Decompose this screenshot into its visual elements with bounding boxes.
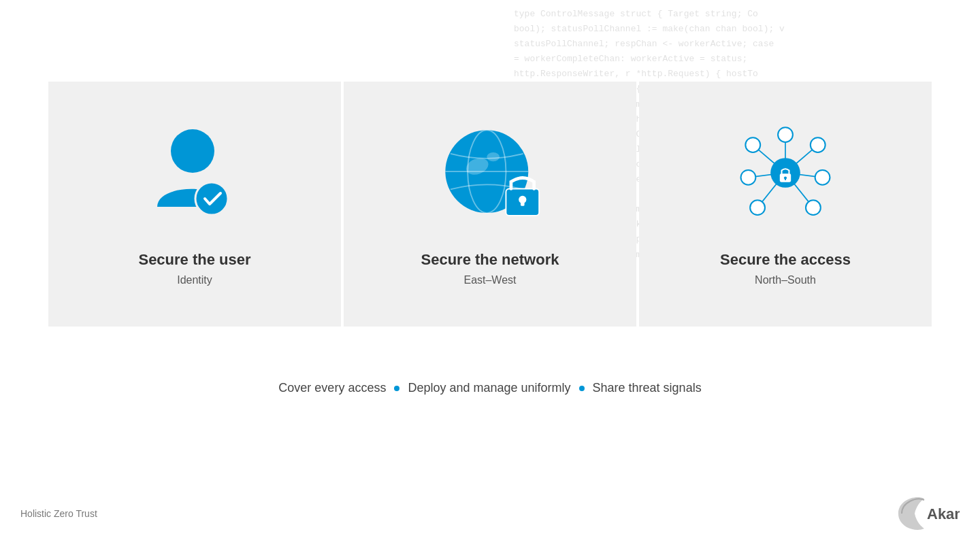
tagline-item-1: Cover every access <box>278 381 386 395</box>
svg-point-18 <box>778 127 793 142</box>
tagline-dot-1 <box>394 386 399 391</box>
globe-lock-icon <box>439 115 541 231</box>
card-secure-user: Secure the user Identity <box>48 82 341 327</box>
card-secure-access-subtitle: North–South <box>755 274 816 286</box>
card-secure-user-title: Secure the user <box>138 251 250 269</box>
svg-text:Akamai: Akamai <box>927 505 960 522</box>
cards-row: Secure the user Identity <box>47 82 933 327</box>
svg-point-21 <box>815 170 830 185</box>
user-check-icon <box>144 115 246 231</box>
card-secure-access: Secure the access North–South <box>639 82 932 327</box>
akamai-logo-svg: Akamai <box>878 493 960 534</box>
card-secure-user-subtitle: Identity <box>177 274 212 286</box>
svg-point-0 <box>171 129 214 173</box>
svg-rect-27 <box>785 178 786 180</box>
tagline-item-3: Share threat signals <box>593 381 702 395</box>
akamai-logo: Akamai <box>878 493 960 534</box>
tagline-item-2: Deploy and manage uniformly <box>408 381 570 395</box>
svg-rect-9 <box>521 199 525 205</box>
card-secure-access-title: Secure the access <box>720 251 851 269</box>
tagline-row: Cover every access Deploy and manage uni… <box>278 381 701 395</box>
svg-point-24 <box>770 158 800 188</box>
footer-left-text: Holistic Zero Trust <box>20 508 97 519</box>
card-secure-network-title: Secure the network <box>421 251 559 269</box>
svg-point-1 <box>195 182 228 215</box>
card-secure-network: Secure the network East–West <box>344 82 636 327</box>
footer: Holistic Zero Trust Akamai <box>0 493 980 534</box>
main-content: Secure the user Identity <box>0 0 980 395</box>
svg-point-23 <box>806 200 821 215</box>
card-secure-network-subtitle: East–West <box>463 274 516 286</box>
tagline-dot-2 <box>579 386 585 391</box>
svg-point-22 <box>750 200 765 215</box>
svg-point-17 <box>745 137 760 152</box>
svg-point-6 <box>487 152 500 161</box>
svg-point-20 <box>741 170 756 185</box>
network-lock-icon <box>734 115 836 231</box>
svg-point-19 <box>811 137 826 152</box>
